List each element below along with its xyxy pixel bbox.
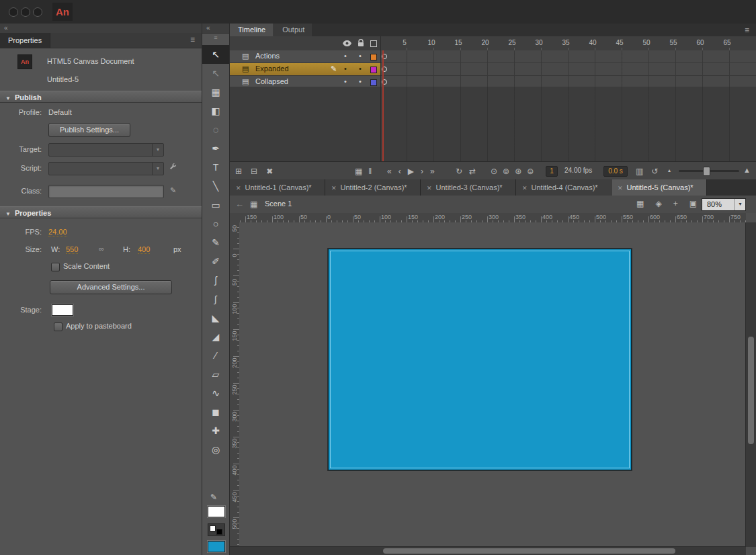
layer-visibility-dot[interactable]: •: [344, 52, 347, 60]
layer-name-area[interactable]: ▤Actions••: [230, 50, 380, 62]
new-folder-icon[interactable]: ⊟: [251, 167, 257, 176]
default-colors-icon[interactable]: [210, 525, 216, 531]
go-to-last-frame-icon[interactable]: »: [430, 167, 435, 176]
script-dropdown[interactable]: ▾: [48, 162, 164, 175]
layer-lock-dot[interactable]: •: [359, 77, 362, 85]
stroke-color-swatch[interactable]: [208, 506, 225, 517]
pasteboard[interactable]: [239, 222, 746, 547]
dropdown-arrow-icon[interactable]: ▾: [152, 163, 163, 175]
delete-layer-icon[interactable]: ✖: [266, 167, 273, 176]
layer-visibility-dot[interactable]: •: [344, 65, 347, 73]
horizontal-scrollbar[interactable]: [230, 546, 746, 555]
step-forward-icon[interactable]: ›: [421, 167, 423, 176]
layer-outline-color-chip[interactable]: [370, 67, 377, 73]
layer-row-expanded[interactable]: ▤Expanded✎••: [230, 63, 756, 76]
class-edit-pencil-icon[interactable]: ✎: [170, 186, 176, 195]
close-tab-icon[interactable]: ✕: [618, 185, 623, 191]
layer-outline-color-chip[interactable]: [370, 79, 377, 86]
camera-tool[interactable]: ◼: [202, 402, 229, 421]
swap-colors-icon[interactable]: [216, 529, 222, 535]
timeline-zoom-slider-thumb[interactable]: [703, 167, 710, 176]
dropdown-arrow-icon[interactable]: ▾: [734, 199, 745, 210]
rectangle-tool[interactable]: ▭: [202, 196, 229, 214]
publish-settings-button[interactable]: Publish Settings...: [48, 123, 130, 137]
timeline-zoom-in-icon[interactable]: ▲: [743, 166, 751, 174]
layer-row-actions[interactable]: ▤Actions••: [230, 50, 756, 63]
close-tab-icon[interactable]: ✕: [427, 185, 432, 191]
fps-value[interactable]: 24.00: [48, 228, 67, 237]
lasso-tool[interactable]: ◌: [202, 120, 229, 139]
edit-multiple-frames-icon[interactable]: ⊛: [515, 167, 521, 176]
width-tool[interactable]: ∿: [202, 384, 229, 402]
document-tab-1[interactable]: ✕Untitled-1 (Canvas)*: [230, 179, 325, 196]
zoom-tool[interactable]: ◎: [202, 440, 229, 459]
properties-section-header[interactable]: ▼Properties: [0, 206, 202, 218]
eraser-tool[interactable]: ▱: [202, 365, 229, 384]
vertical-scrollbar-thumb[interactable]: [748, 337, 754, 444]
lock-all-layers-icon[interactable]: [358, 39, 364, 47]
vertical-scrollbar[interactable]: [745, 222, 756, 547]
loop-range-icon[interactable]: ⇄: [469, 167, 476, 176]
paint-brush-tool[interactable]: ʃ: [202, 271, 229, 290]
edit-scene-icon[interactable]: ▦: [636, 199, 644, 208]
document-tab-2[interactable]: ✕Untitled-2 (Canvas)*: [325, 179, 421, 196]
selection-tool[interactable]: ↖: [202, 45, 229, 64]
target-dropdown[interactable]: ▾: [48, 143, 164, 157]
script-settings-wrench-icon[interactable]: [169, 163, 177, 170]
show-layers-as-outlines-icon[interactable]: [370, 40, 377, 47]
onion-skin-outlines-icon[interactable]: ⊚: [503, 167, 509, 176]
line-tool[interactable]: ╲: [202, 177, 229, 196]
layer-label[interactable]: Expanded: [255, 65, 289, 73]
show-hide-all-layers-eye-icon[interactable]: [343, 40, 351, 46]
new-layer-icon[interactable]: ⊞: [235, 167, 242, 176]
layer-label[interactable]: Actions: [255, 52, 280, 60]
class-input[interactable]: [48, 185, 164, 198]
timeline-zoom-slider[interactable]: [679, 170, 739, 172]
layer-lock-dot[interactable]: •: [359, 65, 362, 73]
frame-rate-indicator[interactable]: 24.00 fps: [564, 167, 592, 174]
dropdown-arrow-icon[interactable]: ▾: [152, 144, 163, 156]
tab-timeline[interactable]: Timeline: [230, 24, 274, 36]
pen-tool[interactable]: ✒: [202, 139, 229, 158]
loop-playback-icon[interactable]: ▦: [355, 167, 362, 176]
default-swap-colors-widget[interactable]: [208, 523, 225, 536]
modify-markers-icon[interactable]: ⊜: [527, 167, 534, 176]
eyedropper-tool[interactable]: ⁄: [202, 346, 229, 365]
horizontal-scrollbar-thumb[interactable]: [383, 548, 675, 554]
layer-frames-strip[interactable]: [380, 50, 756, 62]
oval-tool[interactable]: ○: [202, 214, 229, 233]
bone-tool[interactable]: ∫: [202, 290, 229, 308]
close-tab-icon[interactable]: ✕: [236, 185, 241, 191]
layer-outline-color-chip[interactable]: [370, 54, 377, 60]
window-minimize-button[interactable]: [21, 7, 30, 17]
layer-frames-strip[interactable]: [380, 63, 756, 75]
layer-name-area[interactable]: ▤Expanded✎••: [230, 63, 380, 75]
onion-skin-icon[interactable]: ⊙: [491, 167, 497, 176]
edit-symbols-icon[interactable]: ◈: [655, 199, 661, 208]
document-tab-5[interactable]: ✕Untitled-5 (Canvas)*: [612, 179, 707, 196]
paint-bucket-tool[interactable]: ◣: [202, 308, 229, 327]
reset-timeline-zoom-icon[interactable]: ↺: [651, 167, 658, 176]
play-icon[interactable]: ▶: [408, 167, 414, 176]
stage-zoom-dropdown[interactable]: 80% ▾: [702, 198, 746, 211]
hand-tool[interactable]: ✚: [202, 421, 229, 440]
layer-label[interactable]: Collapsed: [255, 77, 288, 85]
publish-section-header[interactable]: ▼Publish: [0, 91, 202, 103]
step-back-icon[interactable]: ‹: [398, 167, 401, 176]
tab-properties[interactable]: Properties: [0, 33, 50, 48]
close-tab-icon[interactable]: ✕: [522, 185, 528, 191]
scene-name[interactable]: Scene 1: [265, 200, 292, 208]
free-transform-tool[interactable]: ▦: [202, 83, 229, 101]
clip-content-icon[interactable]: ▣: [689, 199, 697, 208]
back-arrow-icon[interactable]: ←: [235, 199, 244, 209]
subselection-tool[interactable]: ↖: [202, 64, 229, 83]
layer-visibility-dot[interactable]: •: [344, 77, 347, 85]
scale-content-checkbox[interactable]: [51, 263, 60, 271]
brush-tool[interactable]: ✐: [202, 252, 229, 271]
ink-bottle-tool[interactable]: ◢: [202, 327, 229, 346]
panel-menu-icon[interactable]: ≡: [190, 35, 195, 44]
timeline-menu-icon[interactable]: ≡: [745, 26, 749, 35]
window-close-button[interactable]: [9, 7, 18, 17]
timeline-empty-area[interactable]: [230, 87, 756, 161]
close-tab-icon[interactable]: ✕: [331, 185, 337, 191]
